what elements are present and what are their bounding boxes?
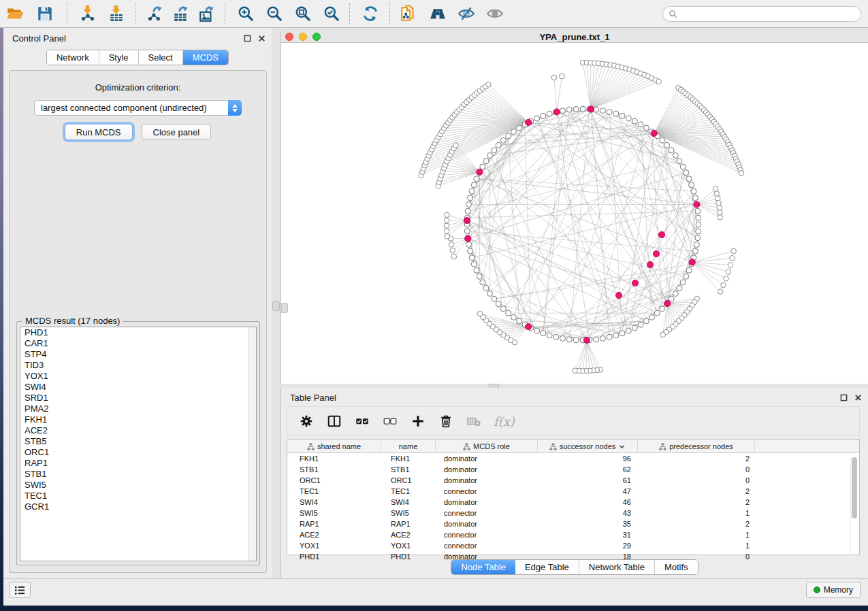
optimization-criterion-select[interactable]: largest connected component (undirected) (34, 100, 242, 116)
column-header-name[interactable]: name (381, 440, 436, 453)
cell-successor-nodes[interactable]: 61 (538, 475, 638, 486)
network-window-titlebar[interactable]: YPA_prune.txt_1 (281, 31, 868, 43)
add-row-icon[interactable] (410, 413, 426, 429)
cell-mcds-role[interactable]: connector (436, 508, 538, 518)
mcds-result-item[interactable]: PMA2 (20, 403, 256, 414)
column-header-shared-name[interactable]: shared name (287, 440, 381, 453)
mcds-result-item[interactable]: ACE2 (20, 425, 256, 436)
show-columns-icon[interactable] (326, 413, 342, 429)
mcds-list-scrollbar[interactable] (248, 327, 256, 561)
table-row[interactable]: ACE2 ACE2 connector 31 1 (287, 529, 859, 540)
table-row[interactable]: STB1 STB1 dominator 62 0 (287, 464, 859, 475)
close-panel-icon[interactable] (257, 34, 266, 43)
tab-motifs[interactable]: Motifs (655, 560, 698, 574)
cell-successor-nodes[interactable]: 43 (538, 508, 638, 518)
column-header-mcds-role[interactable]: MCDS role (436, 440, 538, 453)
cell-predecessor-nodes[interactable]: 1 (638, 529, 755, 540)
select-all-icon[interactable] (354, 413, 370, 429)
cell-successor-nodes[interactable]: 62 (538, 464, 638, 475)
float-panel-icon[interactable] (839, 393, 848, 402)
mcds-result-item[interactable]: SWI5 (20, 480, 256, 491)
run-mcds-button[interactable]: Run MCDS (65, 124, 133, 140)
delete-row-trash-icon[interactable] (438, 413, 454, 429)
open-session-icon[interactable] (5, 4, 25, 23)
table-options-gear-icon[interactable] (298, 413, 315, 429)
cell-shared-name[interactable]: SWI4 (287, 497, 381, 508)
cell-name[interactable]: SWI4 (381, 497, 436, 508)
float-panel-icon[interactable] (243, 34, 252, 43)
mcds-result-item[interactable]: RAP1 (20, 458, 256, 469)
cell-shared-name[interactable]: ORC1 (287, 475, 381, 486)
cell-mcds-role[interactable]: connector (436, 529, 538, 540)
zoom-fit-icon[interactable] (293, 4, 312, 23)
tab-edge-table[interactable]: Edge Table (515, 560, 579, 574)
cell-mcds-role[interactable]: dominator (436, 497, 538, 508)
cell-mcds-role[interactable]: dominator (436, 518, 538, 529)
tab-style[interactable]: Style (99, 50, 139, 65)
tab-node-table[interactable]: Node Table (451, 560, 515, 574)
apply-layout-icon[interactable] (361, 4, 380, 23)
save-session-icon[interactable] (35, 4, 54, 23)
cell-mcds-role[interactable]: dominator (436, 464, 538, 475)
cell-shared-name[interactable]: ACE2 (287, 529, 381, 540)
table-row[interactable]: FKH1 FKH1 dominator 96 2 (287, 453, 859, 464)
mcds-result-item[interactable]: STB1 (20, 469, 256, 480)
task-history-button[interactable] (10, 582, 31, 598)
import-table-icon[interactable] (107, 4, 126, 23)
cell-name[interactable]: ORC1 (381, 475, 436, 486)
cell-shared-name[interactable]: STB1 (287, 464, 381, 475)
table-scrollbar[interactable] (850, 455, 858, 553)
mcds-result-item[interactable]: STP4 (20, 349, 256, 360)
zoom-out-icon[interactable] (265, 4, 284, 23)
memory-button[interactable]: Memory (806, 582, 861, 598)
cell-shared-name[interactable]: TEC1 (287, 486, 381, 497)
tab-network[interactable]: Network (47, 50, 99, 65)
split-collapse-handle[interactable] (281, 303, 288, 313)
mcds-result-item[interactable]: TEC1 (20, 491, 256, 501)
close-panel-button[interactable]: Close panel (142, 124, 212, 140)
table-row[interactable]: YOX1 YOX1 connector 29 1 (287, 540, 859, 551)
column-header-successor-nodes[interactable]: successor nodes (538, 440, 638, 453)
mcds-result-item[interactable]: FKH1 (20, 414, 256, 425)
cell-name[interactable]: STB1 (381, 464, 436, 475)
first-neighbors-icon[interactable] (428, 4, 447, 23)
mcds-result-item[interactable]: CAR1 (20, 338, 256, 349)
scrollbar-thumb[interactable] (852, 457, 857, 518)
cell-shared-name[interactable]: FKH1 (287, 453, 381, 464)
tab-network-table[interactable]: Network Table (579, 560, 655, 574)
cell-predecessor-nodes[interactable]: 2 (638, 453, 755, 464)
deselect-all-icon[interactable] (382, 413, 398, 429)
cell-shared-name[interactable]: YOX1 (287, 540, 381, 551)
cell-shared-name[interactable]: SWI5 (287, 508, 381, 518)
cell-successor-nodes[interactable]: 31 (538, 529, 638, 540)
import-network-icon[interactable] (78, 4, 97, 23)
mcds-result-item[interactable]: PHD1 (20, 327, 256, 338)
cell-successor-nodes[interactable]: 47 (538, 486, 638, 497)
mcds-result-item[interactable]: ORC1 (20, 447, 256, 458)
mcds-result-item[interactable]: SRD1 (20, 393, 256, 403)
tab-select[interactable]: Select (139, 50, 183, 65)
cell-mcds-role[interactable]: connector (436, 540, 538, 551)
export-image-icon[interactable] (197, 4, 216, 23)
cell-successor-nodes[interactable]: 96 (538, 453, 638, 464)
table-row[interactable]: SWI4 SWI4 dominator 46 2 (287, 497, 859, 508)
cell-mcds-role[interactable]: dominator (436, 475, 538, 486)
column-header-predecessor-nodes[interactable]: predecessor nodes (638, 440, 755, 453)
network-canvas[interactable] (281, 43, 868, 384)
cell-name[interactable]: TEC1 (381, 486, 436, 497)
splitter-handle[interactable] (272, 301, 280, 311)
cell-successor-nodes[interactable]: 29 (538, 540, 638, 551)
cell-predecessor-nodes[interactable]: 2 (638, 497, 755, 508)
cell-name[interactable]: YOX1 (381, 540, 436, 551)
close-panel-icon[interactable] (854, 393, 863, 402)
cell-predecessor-nodes[interactable]: 2 (638, 518, 755, 529)
network-graph[interactable] (281, 43, 868, 384)
mcds-result-item[interactable]: YOX1 (20, 371, 256, 382)
cell-predecessor-nodes[interactable]: 1 (638, 540, 755, 551)
cell-shared-name[interactable]: RAP1 (287, 518, 381, 529)
hide-selected-icon[interactable] (457, 4, 476, 23)
table-row[interactable]: RAP1 RAP1 dominator 35 2 (287, 518, 859, 529)
cell-predecessor-nodes[interactable]: 0 (638, 464, 755, 475)
vertical-splitter[interactable] (272, 28, 280, 578)
tab-mcds[interactable]: MCDS (183, 50, 228, 65)
